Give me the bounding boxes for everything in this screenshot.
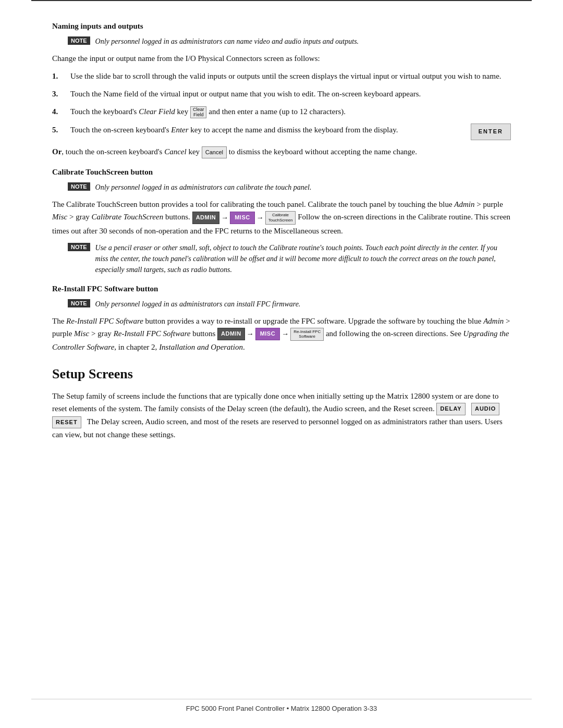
step-3-num: 3. bbox=[52, 88, 63, 100]
cancel-key: Cancel bbox=[202, 146, 227, 159]
step-4-num: 4. bbox=[52, 105, 63, 118]
calibrate-para1: The Calibrate TouchScreen button provide… bbox=[52, 198, 511, 237]
step5-row: Touch the on-screen keyboard's Enter key… bbox=[70, 124, 511, 140]
top-rule bbox=[31, 0, 532, 1]
step-3-content: Touch the Name field of the virtual inpu… bbox=[70, 88, 511, 100]
step-5-content: Touch the on-screen keyboard's Enter key… bbox=[70, 124, 511, 140]
cancel-italic: Cancel bbox=[164, 147, 187, 156]
content-area: Naming inputs and outputs NOTE Only pers… bbox=[0, 17, 563, 492]
clear-field-key: Clear Field bbox=[190, 106, 207, 119]
step5-text: Touch the on-screen keyboard's Enter key… bbox=[70, 124, 460, 136]
reinstall-fpc-italic: Re-Install FPC Software bbox=[114, 329, 191, 338]
calibrate-note2-text: Use a pencil eraser or other small, soft… bbox=[95, 242, 511, 275]
calibrate-button-group: ADMIN → MISC → Calibrate TouchScreen bbox=[192, 211, 296, 224]
misc-button: MISC bbox=[230, 212, 255, 224]
step-4-after: and then enter a name (up to 12 characte… bbox=[209, 107, 346, 116]
clear-field-key-line2: Field bbox=[193, 113, 204, 118]
step-1-content: Use the slide bar to scroll through the … bbox=[70, 70, 511, 82]
clear-field-italic: Clear Field bbox=[139, 107, 175, 116]
reset-button: RESET bbox=[52, 416, 81, 429]
naming-intro: Change the input or output name from the… bbox=[52, 52, 511, 65]
reinstall-arrow1: → bbox=[247, 328, 254, 340]
audio-button: AUDIO bbox=[471, 403, 499, 415]
delay-button: DELAY bbox=[436, 403, 465, 415]
step-1: 1. Use the slide bar to scroll through t… bbox=[52, 70, 511, 82]
naming-note1: NOTE Only personnel logged in as adminis… bbox=[68, 36, 511, 47]
naming-heading: Naming inputs and outputs bbox=[52, 22, 511, 31]
calibrate-section: Calibrate TouchScreen button NOTE Only p… bbox=[52, 168, 511, 275]
footer-text: FPC 5000 Front Panel Controller • Matrix… bbox=[186, 705, 377, 712]
reinstall-note-text: Only personnel logged in as administrato… bbox=[95, 299, 301, 310]
setup-para1: The Setup family of screens include the … bbox=[52, 390, 511, 441]
setup-para2: The Delay screen, Audio screen, and most… bbox=[52, 417, 503, 439]
reinstall-italic: Re-Install FPC Software bbox=[66, 317, 143, 325]
reinstall-note1: NOTE Only personnel logged in as adminis… bbox=[68, 299, 511, 310]
step-4-content: Touch the keyboard's Clear Field key Cle… bbox=[70, 105, 511, 118]
reinstall-button-group: ADMIN → MISC → Re-Install FPC Software bbox=[217, 328, 324, 341]
reinstall-heading: Re-Install FPC Software button bbox=[52, 285, 511, 293]
calibrate-btn-line2: TouchScreen bbox=[268, 218, 293, 223]
setup-heading: Setup Screens bbox=[52, 366, 511, 382]
calibrate-note-label: NOTE bbox=[68, 182, 90, 191]
reinstall-section: Re-Install FPC Software button NOTE Only… bbox=[52, 285, 511, 353]
page: Naming inputs and outputs NOTE Only pers… bbox=[0, 0, 563, 728]
calibrate-note2-label: NOTE bbox=[68, 243, 90, 251]
reinstall-arrow2: → bbox=[282, 328, 289, 340]
note-label-1: NOTE bbox=[68, 36, 90, 45]
calibrate-note1: NOTE Only personnel logged in as adminis… bbox=[68, 182, 511, 193]
step-4: 4. Touch the keyboard's Clear Field key … bbox=[52, 105, 511, 118]
note-text-1: Only personnel logged in as administrato… bbox=[95, 36, 359, 47]
reinstall-misc-italic: Misc bbox=[74, 329, 89, 338]
arrow1: → bbox=[221, 212, 228, 224]
reinstall-para1: The Re-Install FPC Software button provi… bbox=[52, 315, 511, 353]
calibrate-note2: NOTE Use a pencil eraser or other small,… bbox=[68, 242, 511, 275]
calibrate-touchscreen-italic: Calibrate TouchScreen bbox=[92, 213, 164, 221]
reinstall-note-label: NOTE bbox=[68, 299, 90, 307]
reinstall-fpc-button: Re-Install FPC Software bbox=[290, 328, 324, 341]
reinstall-btn-line1: Re-Install FPC bbox=[293, 329, 321, 335]
step-5: 5. Touch the on-screen keyboard's Enter … bbox=[52, 124, 511, 140]
or-bold: Or bbox=[52, 147, 62, 156]
reinstall-admin-italic: Admin bbox=[483, 317, 504, 325]
enter-italic: Enter bbox=[171, 126, 188, 134]
reinstall-admin-button: ADMIN bbox=[217, 328, 245, 340]
step-3: 3. Touch the Name field of the virtual i… bbox=[52, 88, 511, 100]
footer: FPC 5000 Front Panel Controller • Matrix… bbox=[31, 699, 532, 712]
naming-section: Naming inputs and outputs NOTE Only pers… bbox=[52, 22, 511, 158]
installation-italic: Installation and Operation bbox=[159, 343, 243, 351]
admin-button: ADMIN bbox=[192, 212, 220, 224]
calibrate-note-text: Only personnel logged in as administrato… bbox=[95, 182, 312, 193]
naming-steps-list: 1. Use the slide bar to scroll through t… bbox=[52, 70, 511, 140]
step-5-num: 5. bbox=[52, 124, 63, 140]
setup-section: Setup Screens The Setup family of screen… bbox=[52, 366, 511, 441]
calibrate-touchscreen-button: Calibrate TouchScreen bbox=[265, 211, 296, 224]
step-1-num: 1. bbox=[52, 70, 63, 82]
calibrate-btn-line1: Calibrate bbox=[272, 213, 289, 218]
enter-key-box: ENTER bbox=[471, 124, 511, 140]
admin-italic: Admin bbox=[454, 200, 474, 208]
arrow2: → bbox=[256, 212, 264, 224]
calibrate-heading: Calibrate TouchScreen button bbox=[52, 168, 511, 177]
reinstall-btn-line2: Software bbox=[299, 334, 315, 339]
misc-italic: Misc bbox=[52, 213, 67, 221]
or-line: Or, touch the on-screen keyboard's Cance… bbox=[52, 145, 511, 158]
reinstall-misc-button: MISC bbox=[255, 328, 280, 340]
